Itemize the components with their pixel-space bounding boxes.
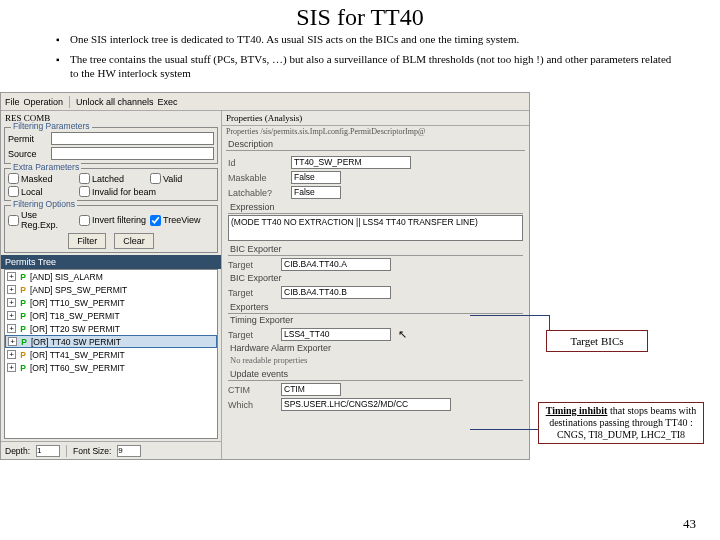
source-input[interactable] bbox=[51, 147, 214, 160]
bullet-item: One SIS interlock tree is dedicated to T… bbox=[70, 33, 672, 47]
treeview-checkbox[interactable] bbox=[150, 215, 161, 226]
regex-label: Use Reg.Exp. bbox=[21, 210, 76, 230]
maskable-label: Maskable bbox=[228, 173, 288, 183]
permit-badge: P bbox=[19, 337, 29, 347]
masked-label: Masked bbox=[21, 174, 53, 184]
local-checkbox[interactable] bbox=[8, 186, 19, 197]
invalid-label: Invalid for beam bbox=[92, 187, 156, 197]
permit-input[interactable] bbox=[51, 132, 214, 145]
expander-icon[interactable]: + bbox=[8, 337, 17, 346]
permit-badge: P bbox=[18, 324, 28, 334]
which-label: Which bbox=[228, 400, 278, 410]
tree-label: [OR] T18_SW_PERMIT bbox=[30, 311, 215, 321]
menu-file[interactable]: File bbox=[5, 97, 20, 107]
tree-row[interactable]: +P[OR] TT10_SW_PERMIT bbox=[5, 296, 217, 309]
filter-button[interactable]: Filter bbox=[68, 233, 106, 249]
latched-label: Latched bbox=[92, 174, 124, 184]
permit-badge: P bbox=[18, 272, 28, 282]
expander-icon[interactable]: + bbox=[7, 324, 16, 333]
menu-operation[interactable]: Operation bbox=[24, 97, 64, 107]
latchable-value: False bbox=[291, 186, 341, 199]
tree-row[interactable]: +P[OR] T18_SW_PERMIT bbox=[5, 309, 217, 322]
ctim-value: CTIM bbox=[281, 383, 341, 396]
permit-badge: P bbox=[18, 311, 28, 321]
invert-label: Invert filtering bbox=[92, 215, 146, 225]
connector-line bbox=[470, 315, 550, 351]
expander-icon[interactable]: + bbox=[7, 298, 16, 307]
app-window: File Operation Unlock all channels Exec … bbox=[0, 92, 530, 460]
target-label: Target bbox=[228, 288, 278, 298]
latched-checkbox[interactable] bbox=[79, 173, 90, 184]
extra-parameters-group: Extra Parameters Masked Latched Valid Lo… bbox=[4, 168, 218, 201]
permit-badge: P bbox=[18, 350, 28, 360]
source-label: Source bbox=[8, 149, 48, 159]
cursor-icon: ↖ bbox=[398, 328, 407, 341]
tree-row[interactable]: +P[OR] TT40 SW PERMIT bbox=[5, 335, 217, 348]
tree-row[interactable]: +P[OR] TT20 SW PERMIT bbox=[5, 322, 217, 335]
target1-value: CIB.BA4.TT40.A bbox=[281, 258, 391, 271]
ctim-label: CTIM bbox=[228, 385, 278, 395]
expander-icon[interactable]: + bbox=[7, 272, 16, 281]
group-title: Filtering Parameters bbox=[11, 121, 92, 131]
tree-row[interactable]: +P[OR] TT41_SW_PERMIT bbox=[5, 348, 217, 361]
toolbar: File Operation Unlock all channels Exec bbox=[1, 93, 529, 111]
tree-label: [OR] TT40 SW PERMIT bbox=[31, 337, 214, 347]
permit-badge: P bbox=[18, 285, 28, 295]
page-number: 43 bbox=[683, 516, 696, 532]
tree-header: Permits Tree bbox=[1, 255, 221, 269]
tree-label: [OR] TT41_SW_PERMIT bbox=[30, 350, 215, 360]
regex-checkbox[interactable] bbox=[8, 215, 19, 226]
valid-checkbox[interactable] bbox=[150, 173, 161, 184]
permits-tree[interactable]: +P[AND] SIS_ALARM+P[AND] SPS_SW_PERMIT+P… bbox=[4, 269, 218, 439]
tree-label: [OR] TT10_SW_PERMIT bbox=[30, 298, 215, 308]
target-label: Target bbox=[228, 330, 278, 340]
expander-icon[interactable]: + bbox=[7, 363, 16, 372]
clear-button[interactable]: Clear bbox=[114, 233, 154, 249]
filtering-options-group: Filtering Options Use Reg.Exp. Invert fi… bbox=[4, 205, 218, 253]
depth-input[interactable] bbox=[36, 445, 60, 457]
permit-badge: P bbox=[18, 298, 28, 308]
masked-checkbox[interactable] bbox=[8, 173, 19, 184]
timing-inhibit-callout: Timing inhibit that stops beams with des… bbox=[538, 402, 704, 444]
bic-exporter-label: BIC Exporter bbox=[228, 244, 523, 256]
no-readable-text: No readable properties bbox=[228, 354, 523, 366]
tree-row[interactable]: +P[OR] TT60_SW_PERMIT bbox=[5, 361, 217, 374]
tree-row[interactable]: +P[AND] SPS_SW_PERMIT bbox=[5, 283, 217, 296]
font-input[interactable] bbox=[117, 445, 141, 457]
exec-button[interactable]: Exec bbox=[158, 97, 178, 107]
expression-label: Expression bbox=[228, 202, 523, 214]
latchable-label: Latchable? bbox=[228, 188, 288, 198]
depth-label: Depth: bbox=[5, 446, 30, 456]
tree-label: [OR] TT60_SW_PERMIT bbox=[30, 363, 215, 373]
right-column: Properties (Analysis) Properties /sis/pe… bbox=[221, 111, 529, 459]
separator bbox=[69, 96, 70, 108]
exporters-label: Exporters bbox=[228, 302, 523, 314]
bullet-list: One SIS interlock tree is dedicated to T… bbox=[0, 33, 720, 92]
id-value: TT40_SW_PERM bbox=[291, 156, 411, 169]
tree-label: [OR] TT20 SW PERMIT bbox=[30, 324, 215, 334]
invert-checkbox[interactable] bbox=[79, 215, 90, 226]
separator bbox=[66, 445, 67, 457]
unlock-button[interactable]: Unlock all channels bbox=[76, 97, 154, 107]
expander-icon[interactable]: + bbox=[7, 350, 16, 359]
connector-line bbox=[470, 410, 542, 430]
font-label: Font Size: bbox=[73, 446, 111, 456]
filtering-parameters-group: Filtering Parameters Permit Source bbox=[4, 127, 218, 164]
permit-label: Permit bbox=[8, 134, 48, 144]
expander-icon[interactable]: + bbox=[7, 311, 16, 320]
bullet-item: The tree contains the usual stuff (PCs, … bbox=[70, 53, 672, 81]
id-label: Id bbox=[228, 158, 288, 168]
invalid-checkbox[interactable] bbox=[79, 186, 90, 197]
update-events-label: Update events bbox=[228, 369, 523, 381]
target-bics-callout: Target BICs bbox=[546, 330, 648, 352]
bic-exporter-label-2: BIC Exporter bbox=[228, 273, 523, 284]
slide-title: SIS for TT40 bbox=[0, 0, 720, 33]
expander-icon[interactable]: + bbox=[7, 285, 16, 294]
tree-label: [AND] SPS_SW_PERMIT bbox=[30, 285, 215, 295]
permit-badge: P bbox=[18, 363, 28, 373]
tree-row[interactable]: +P[AND] SIS_ALARM bbox=[5, 270, 217, 283]
valid-label: Valid bbox=[163, 174, 182, 184]
status-bar: Depth: Font Size: bbox=[1, 441, 221, 459]
local-label: Local bbox=[21, 187, 43, 197]
group-title: Filtering Options bbox=[11, 199, 77, 209]
